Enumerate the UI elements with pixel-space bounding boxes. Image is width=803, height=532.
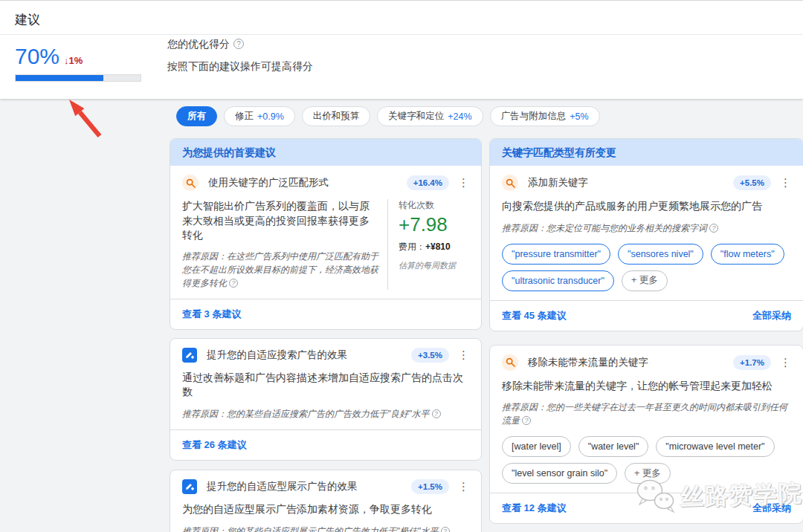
header-divider — [0, 34, 803, 35]
recommendation-reason: 推荐原因：您的某些自适应型展示广告的广告效力低于"极佳"水平 — [182, 526, 439, 532]
keyword-chip[interactable]: "flow meters" — [711, 244, 784, 265]
help-icon[interactable]: ? — [233, 39, 244, 49]
search-icon — [502, 354, 518, 371]
recommendation-body: 为您的自适应型展示广告添加素材资源，争取更多转化 — [182, 502, 469, 517]
kebab-menu-icon[interactable]: ⋮ — [458, 176, 469, 189]
recommendation-reason: 推荐原因：您的一些关键字在过去一年甚至更久的时间内都未吸引到任何流量 — [502, 402, 787, 426]
recommendation-title: 移除未能带来流量的关键字 — [528, 356, 733, 369]
kebab-menu-icon[interactable]: ⋮ — [458, 348, 469, 362]
top-header: 建议 70%↓1% 您的优化得分? 按照下面的建议操作可提高得分 — [0, 0, 803, 99]
card-broad-match: 为您提供的首要建议 使用关键字的广泛匹配形式 +16.4% ⋮ 扩大智能出价广告… — [170, 138, 482, 330]
help-icon[interactable]: ? — [432, 409, 441, 418]
recommendation-body: 扩大智能出价广告系列的覆盖面，以与原来大致相当或更高的投资回报率获得更多转化 — [182, 199, 378, 243]
kebab-menu-icon[interactable]: ⋮ — [780, 356, 791, 369]
view-recommendations-link[interactable]: 查看 12 条建议 — [502, 502, 567, 515]
keyword-chip[interactable]: "pressure transmitter" — [502, 244, 610, 265]
conversions-label: 转化次数 — [399, 199, 469, 212]
filter-badge: +24% — [448, 111, 471, 122]
ad-edit-icon — [182, 348, 197, 363]
score-delta: ↓1% — [64, 55, 83, 66]
keyword-chips: "pressure transmitter" "sensores nivel" … — [502, 244, 791, 291]
uplift-badge: +1.7% — [733, 355, 771, 370]
filter-label: 广告与附加信息 — [501, 110, 567, 123]
stats-note: 估算的每周数据 — [399, 260, 469, 271]
card-improve-responsive-search-ads: 提升您的自适应搜索广告的效果 +3.5% ⋮ 通过改善标题和广告内容描述来增加自… — [170, 338, 482, 461]
kebab-menu-icon[interactable]: ⋮ — [780, 176, 791, 189]
cost-label: 费用： — [399, 241, 425, 252]
recommendation-title: 提升您的自适应型展示广告的效果 — [207, 480, 411, 493]
estimated-stats: 转化次数 +7.98 费用：+¥810 估算的每周数据 — [387, 199, 469, 290]
help-icon[interactable]: ? — [709, 224, 718, 233]
recommendation-reason: 推荐原因：在这些广告系列中使用广泛匹配有助于您在不超出所设效果目标的前提下，经济… — [182, 251, 378, 288]
keyword-chip[interactable]: "ultrasonic transducer" — [502, 270, 614, 291]
group-header-top-recommendation: 为您提供的首要建议 — [170, 139, 481, 166]
recommendation-title: 使用关键字的广泛匹配形式 — [208, 176, 407, 189]
recommendations-column-right: 关键字匹配类型有所变更 添加新关键字 +5.5% ⋮ 向搜索您提供的产品或服务的… — [489, 138, 803, 532]
filter-label: 所有 — [187, 110, 206, 123]
search-icon — [182, 175, 199, 191]
recommendations-column-left: 为您提供的首要建议 使用关键字的广泛匹配形式 +16.4% ⋮ 扩大智能出价广告… — [170, 138, 482, 532]
uplift-badge: +5.5% — [733, 175, 771, 190]
filter-chip-all[interactable]: 所有 — [176, 106, 217, 126]
apply-all-link[interactable]: 全部采纳 — [752, 309, 791, 322]
keyword-chip[interactable]: [water level] — [502, 436, 571, 457]
keyword-chip[interactable]: "microwave level meter" — [656, 436, 774, 457]
recommendation-body: 向搜索您提供的产品或服务的用户更频繁地展示您的广告 — [502, 199, 791, 214]
optimization-score: 70%↓1% — [15, 44, 83, 69]
keyword-chip[interactable]: "sensores nivel" — [618, 244, 703, 265]
view-recommendations-link[interactable]: 查看 45 条建议 — [502, 309, 567, 322]
group-header-keyword-match-changes: 关键字匹配类型有所变更 — [490, 139, 803, 166]
keyword-chip[interactable]: "water level" — [578, 436, 649, 457]
filter-chip-ads-extensions[interactable]: 广告与附加信息 +5% — [490, 106, 600, 126]
score-description: 您的优化得分? 按照下面的建议操作可提高得分 — [167, 38, 313, 74]
uplift-badge: +3.5% — [411, 348, 449, 363]
uplift-badge: +16.4% — [407, 175, 449, 190]
more-keywords-chip[interactable]: + 更多 — [622, 270, 668, 291]
score-progress-fill — [16, 75, 103, 81]
filter-badge: +5% — [570, 111, 588, 122]
view-recommendations-link[interactable]: 查看 3 条建议 — [182, 308, 241, 321]
filter-chip-fix[interactable]: 修正 +0.9% — [224, 106, 295, 126]
filter-chip-bar: 所有 修正 +0.9% 出价和预算 关键字和定位 +24% 广告与附加信息 +5… — [176, 106, 600, 126]
watermark-text: 丝路赞学院 — [680, 478, 803, 513]
card-add-new-keywords: 关键字匹配类型有所变更 添加新关键字 +5.5% ⋮ 向搜索您提供的产品或服务的… — [489, 138, 803, 331]
filter-label: 关键字和定位 — [388, 110, 444, 123]
filter-label: 修正 — [235, 110, 254, 123]
score-subtitle: 按照下面的建议操作可提高得分 — [167, 60, 313, 74]
conversions-value: +7.98 — [399, 213, 469, 236]
wechat-icon — [634, 477, 677, 514]
recommendation-title: 提升您的自适应搜索广告的效果 — [207, 348, 411, 362]
view-recommendations-link[interactable]: 查看 26 条建议 — [182, 438, 247, 452]
card-improve-responsive-display-ads: 提升您的自适应型展示广告的效果 +1.5% ⋮ 为您的自适应型展示广告添加素材资… — [170, 470, 482, 532]
recommendation-body: 移除未能带来流量的关键字，让您的帐号管理起来更加轻松 — [502, 379, 791, 394]
page-title: 建议 — [15, 11, 40, 28]
cost-value: +¥810 — [425, 241, 451, 252]
ad-edit-icon — [182, 479, 197, 494]
watermark: 丝路赞学院 — [634, 477, 803, 514]
recommendation-reason: 推荐原因：您的某些自适应搜索广告的广告效力低于"良好"水平 — [182, 409, 430, 419]
filter-label: 出价和预算 — [313, 110, 360, 123]
kebab-menu-icon[interactable]: ⋮ — [458, 480, 469, 493]
score-progress-bar — [15, 74, 141, 82]
help-icon[interactable]: ? — [522, 416, 531, 425]
recommendation-body: 通过改善标题和广告内容描述来增加自适应搜索广告的点击次数 — [182, 371, 469, 400]
filter-chip-keywords-targeting[interactable]: 关键字和定位 +24% — [377, 106, 483, 126]
score-value: 70% — [15, 44, 59, 68]
recommendation-reason: 推荐原因：您未定位可能与您的业务相关的搜索字词 — [502, 223, 707, 233]
filter-chip-bids-budgets[interactable]: 出价和预算 — [302, 106, 371, 126]
recommendation-title: 添加新关键字 — [528, 176, 733, 189]
keyword-chip[interactable]: "level sensor grain silo" — [502, 463, 617, 484]
uplift-badge: +1.5% — [411, 479, 449, 494]
score-label: 您的优化得分 — [167, 38, 230, 50]
search-icon — [502, 175, 518, 191]
help-icon[interactable]: ? — [229, 279, 238, 288]
help-icon[interactable]: ? — [441, 527, 450, 532]
filter-badge: +0.9% — [257, 111, 284, 122]
red-arrow-annotation — [63, 95, 108, 141]
